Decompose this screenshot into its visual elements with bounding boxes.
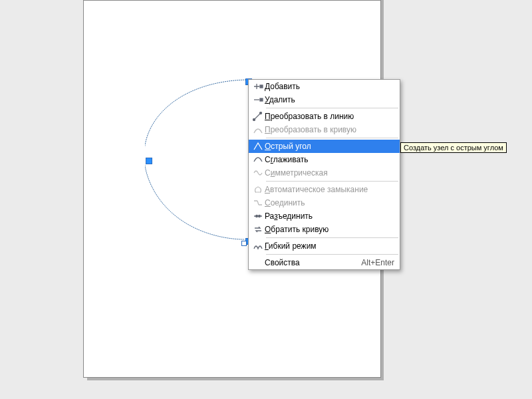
menu-autoclose: Автоматическое замыкание xyxy=(249,183,400,196)
menu-properties[interactable]: СвойстваAlt+Enter xyxy=(249,256,400,269)
menu-join: Соединить xyxy=(249,196,400,209)
svg-point-4 xyxy=(256,215,258,217)
to-line-icon xyxy=(251,111,265,122)
tooltip: Создать узел с острым углом xyxy=(400,142,507,153)
menu-separator xyxy=(266,181,398,182)
menu-delete[interactable]: Удалить xyxy=(249,93,400,106)
menu-reverse[interactable]: Обратить кривую xyxy=(249,223,400,236)
join-icon xyxy=(251,198,265,208)
cusp-icon xyxy=(251,141,265,152)
break-icon xyxy=(251,211,265,221)
smooth-icon xyxy=(251,154,265,165)
blank-icon xyxy=(251,257,265,268)
elastic-icon xyxy=(251,241,265,251)
menu-item-label: Гибкий режим xyxy=(265,241,394,251)
menu-separator xyxy=(266,138,398,138)
menu-item-label: Добавить xyxy=(265,82,394,91)
svg-rect-1 xyxy=(260,98,263,101)
context-menu: ДобавитьУдалитьПреобразовать в линиюПрео… xyxy=(248,79,400,270)
menu-symmetrical: Симметрическая xyxy=(249,166,400,180)
node-left[interactable] xyxy=(146,158,152,164)
menu-item-label: Острый угол xyxy=(265,142,394,151)
handle-node[interactable] xyxy=(241,241,247,246)
svg-point-5 xyxy=(259,215,261,217)
menu-to-curve: Преобразовать в кривую xyxy=(249,123,400,136)
menu-to-line[interactable]: Преобразовать в линию xyxy=(249,110,400,123)
menu-item-label: Автоматическое замыкание xyxy=(265,185,394,194)
menu-separator xyxy=(266,237,398,238)
menu-item-label: Соединить xyxy=(265,198,394,207)
menu-elastic[interactable]: Гибкий режим xyxy=(249,239,400,253)
svg-rect-0 xyxy=(260,85,263,88)
menu-item-label: Разъединить xyxy=(265,211,394,221)
svg-point-3 xyxy=(260,112,262,114)
svg-point-2 xyxy=(253,119,255,121)
menu-item-label: Обратить кривую xyxy=(265,225,394,234)
menu-item-label: Преобразовать в кривую xyxy=(265,125,394,134)
menu-smooth[interactable]: Сглаживать xyxy=(249,153,400,166)
menu-break[interactable]: Разъединить xyxy=(249,209,400,223)
menu-item-label: Преобразовать в линию xyxy=(265,112,394,121)
menu-item-label: Симметрическая xyxy=(265,168,394,178)
node-add-icon xyxy=(251,81,265,92)
menu-shortcut: Alt+Enter xyxy=(361,258,394,267)
menu-add[interactable]: Добавить xyxy=(249,80,400,93)
node-delete-icon xyxy=(251,94,265,105)
menu-item-label: Удалить xyxy=(265,95,394,104)
menu-cusp[interactable]: Острый угол xyxy=(249,140,400,153)
menu-item-label: Сглаживать xyxy=(265,155,394,164)
reverse-icon xyxy=(251,224,265,235)
autoclose-icon xyxy=(251,184,265,195)
symm-icon xyxy=(251,168,265,178)
menu-separator xyxy=(266,254,398,255)
menu-separator xyxy=(266,108,398,108)
to-curve-icon xyxy=(251,124,265,135)
menu-item-label: Свойства xyxy=(265,258,361,267)
